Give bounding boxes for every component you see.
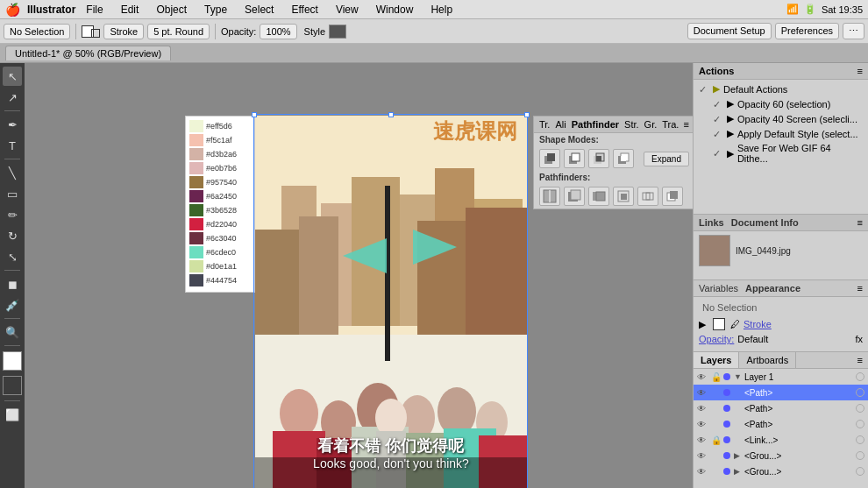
document-tab[interactable]: Untitled-1* @ 50% (RGB/Preview) <box>5 46 171 60</box>
tab-transform[interactable]: Tr. <box>539 119 550 130</box>
menu-help[interactable]: Help <box>427 2 456 18</box>
outline-button[interactable] <box>637 187 658 206</box>
stroke-color[interactable] <box>91 29 100 38</box>
tab-pathfinder[interactable]: Pathfinder <box>572 119 619 130</box>
direct-select-tool[interactable]: ↗ <box>3 88 22 107</box>
unite-button[interactable] <box>539 149 560 168</box>
eye-icon-path1[interactable]: 👁 <box>697 388 709 398</box>
layer-circle-group2[interactable] <box>856 467 864 476</box>
layer-circle-path2[interactable] <box>856 404 864 413</box>
artboards-tab-btn[interactable]: Artboards <box>739 352 796 368</box>
minus-front-button[interactable] <box>564 149 585 168</box>
stroke-text[interactable]: Stroke <box>743 319 772 329</box>
apple-menu[interactable]: 🍎 <box>5 3 20 17</box>
color-swatch-3[interactable] <box>189 162 203 174</box>
variables-menu-icon[interactable]: ≡ <box>857 283 863 294</box>
expand-group1[interactable]: ▶ <box>734 451 744 460</box>
eye-icon-group2[interactable]: 👁 <box>697 467 709 477</box>
links-tab[interactable]: Links <box>699 217 724 228</box>
actions-menu-icon[interactable]: ≡ <box>857 66 863 76</box>
eye-icon-link[interactable]: 👁 <box>697 435 709 445</box>
eye-icon-path2[interactable]: 👁 <box>697 404 709 414</box>
intersect-button[interactable] <box>588 149 609 168</box>
color-swatch-9[interactable] <box>189 246 203 258</box>
menu-edit[interactable]: Edit <box>117 2 143 18</box>
stroke-swatch-tool[interactable] <box>3 376 22 395</box>
minus-back-button[interactable] <box>662 187 683 206</box>
layer-circle-path3[interactable] <box>856 420 864 428</box>
color-swatch-11[interactable] <box>189 274 203 286</box>
appearance-tab[interactable]: Appearance <box>745 283 800 294</box>
eye-icon-group1[interactable]: 👁 <box>697 451 709 461</box>
layers-tab-btn[interactable]: Layers <box>694 352 739 368</box>
menu-select[interactable]: Select <box>241 2 277 18</box>
document-setup-button[interactable]: Document Setup <box>687 23 772 39</box>
layer-circle-group1[interactable] <box>856 451 864 460</box>
eye-icon-layer1[interactable]: 👁 <box>697 372 709 382</box>
layer-row-layer1[interactable]: 👁 🔓 ▼ Layer 1 <box>694 369 868 385</box>
layer-row-path2[interactable]: 👁 <Path> <box>694 400 868 416</box>
action-folder-row[interactable]: ✓ ▶ Default Actions <box>695 81 866 96</box>
color-swatch-1[interactable] <box>189 134 203 146</box>
no-selection-dropdown[interactable]: No Selection <box>4 24 70 39</box>
color-swatch-4[interactable] <box>189 176 203 188</box>
select-tool[interactable]: ↖ <box>3 67 22 86</box>
layer-circle-layer1[interactable] <box>856 372 864 381</box>
crop-button[interactable] <box>613 187 634 206</box>
color-swatch-2[interactable] <box>189 148 203 160</box>
variables-tab[interactable]: Variables <box>699 283 738 294</box>
menu-view[interactable]: View <box>332 2 362 18</box>
stroke-value-dropdown[interactable]: 5 pt. Round <box>147 24 210 39</box>
trim-button[interactable] <box>564 187 585 206</box>
action-row-2[interactable]: ✓ ▶ Opacity 40 Screen (selecli... <box>695 111 866 126</box>
action-row-4[interactable]: ✓ ▶ Save For Web GIF 64 Dithe... <box>695 141 866 166</box>
menu-window[interactable]: Window <box>373 2 417 18</box>
gradient-tool[interactable]: ◼ <box>3 274 22 294</box>
eye-icon-path3[interactable]: 👁 <box>697 420 709 429</box>
opacity-input[interactable]: 100% <box>260 24 296 39</box>
text-tool[interactable]: T <box>3 136 22 155</box>
lock-icon-layer1[interactable]: 🔓 <box>711 372 722 382</box>
action-row-3[interactable]: ✓ ▶ Apply Default Style (select... <box>695 126 866 141</box>
menu-object[interactable]: Object <box>153 2 190 18</box>
expand-layer1[interactable]: ▼ <box>734 372 744 381</box>
scale-tool[interactable]: ⤡ <box>3 247 22 266</box>
color-swatch-6[interactable] <box>189 204 203 216</box>
tab-transparency[interactable]: Tra. <box>662 119 679 130</box>
expand-group2[interactable]: ▶ <box>734 467 744 476</box>
divide-button[interactable] <box>539 187 560 206</box>
fill-swatch-tool[interactable] <box>3 351 22 371</box>
color-swatch-5[interactable] <box>189 190 203 202</box>
eye-icon-group3[interactable]: 👁 <box>697 483 709 484</box>
merge-button[interactable] <box>588 187 609 206</box>
layers-menu-icon[interactable]: ≡ <box>852 352 868 368</box>
link-thumbnail[interactable] <box>699 235 730 266</box>
opacity-text[interactable]: Opacity: <box>699 334 734 344</box>
stroke-color-swatch[interactable] <box>713 318 725 330</box>
brush-tool[interactable]: ✏ <box>3 205 22 224</box>
shape-tool[interactable]: ▭ <box>3 184 22 203</box>
preferences-button[interactable]: Preferences <box>775 23 839 39</box>
layer-row-link[interactable]: 👁 🔒 <Link...> <box>694 432 868 448</box>
exclude-button[interactable] <box>613 149 634 168</box>
canvas-area[interactable]: #eff5d6 #f5c1af #d3b2a6 #e0b7b6 #957540 … <box>25 63 693 488</box>
tab-align[interactable]: Ali <box>555 119 566 130</box>
color-swatch-7[interactable] <box>189 218 203 230</box>
layer-row-group1[interactable]: 👁 ▶ <Grou...> <box>694 448 868 463</box>
layer-circle-path1[interactable] <box>856 388 864 397</box>
color-swatch-8[interactable] <box>189 232 203 244</box>
expand-button[interactable]: Expand <box>644 152 689 166</box>
color-swatch-0[interactable] <box>189 120 203 132</box>
stroke-expand[interactable]: ▶ <box>699 319 706 330</box>
links-menu-icon[interactable]: ≡ <box>857 217 863 228</box>
menu-effect[interactable]: Effect <box>288 2 321 18</box>
tab-gradient[interactable]: Gr. <box>644 119 658 130</box>
menu-type[interactable]: Type <box>201 2 231 18</box>
zoom-tool[interactable]: 🔍 <box>3 322 22 342</box>
style-swatch[interactable] <box>329 25 346 39</box>
action-row-1[interactable]: ✓ ▶ Opacity 60 (selection) <box>695 96 866 111</box>
screen-mode-tool[interactable]: ⬜ <box>3 405 22 424</box>
lock-icon-link[interactable]: 🔒 <box>711 435 722 445</box>
panel-toggle-button[interactable]: ⋯ <box>843 23 864 39</box>
line-tool[interactable]: ╲ <box>3 163 22 182</box>
